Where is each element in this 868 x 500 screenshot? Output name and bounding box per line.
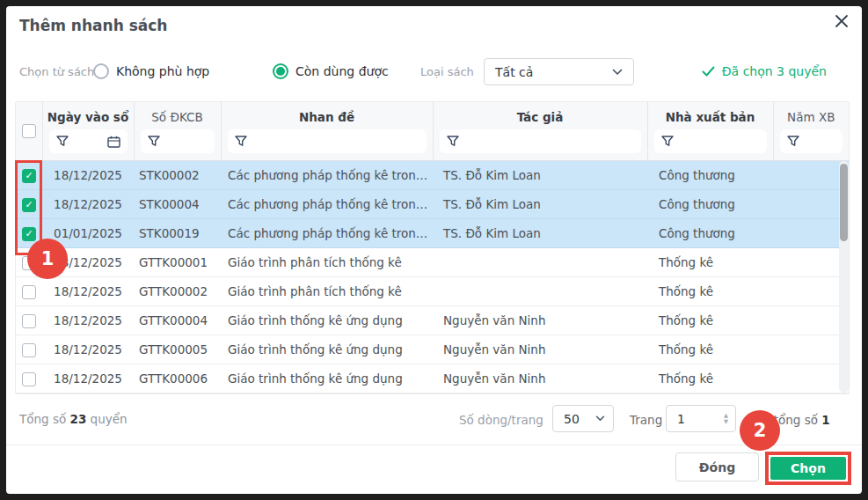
cell-title: Các phương pháp thống kê trong n... <box>221 190 433 219</box>
check-icon <box>702 66 715 77</box>
table-row[interactable]: ✓18/12/2025STK00002Các phương pháp thống… <box>16 161 849 190</box>
row-checkbox-cell: ✓ <box>16 190 42 219</box>
row-checkbox[interactable]: ✓ <box>22 169 36 183</box>
select-button[interactable]: Chọn <box>770 457 846 480</box>
row-checkbox[interactable] <box>22 314 36 328</box>
table-body: ✓18/12/2025STK00002Các phương pháp thống… <box>16 161 849 393</box>
filter-controls-row: Chọn từ sách Không phù hợp Còn dùng được… <box>19 57 849 87</box>
cell-date: 18/12/2025 <box>42 306 134 335</box>
row-checkbox-cell: ✓ <box>16 219 42 248</box>
cell-publisher: Thống kê <box>647 306 773 335</box>
header-so-dkcb: Số ĐKCB <box>134 102 221 161</box>
cell-date: 01/01/2025 <box>42 219 134 248</box>
cell-author <box>433 248 647 277</box>
cell-author: TS. Đỗ Kim Loan <box>433 190 647 219</box>
selected-count-badge: Đã chọn 3 quyển <box>702 64 827 78</box>
table-row[interactable]: ✓18/12/2025STK00004Các phương pháp thống… <box>16 190 849 219</box>
total-count-text: Tổng số 23 quyển <box>19 412 128 426</box>
cell-code: GTTK00001 <box>134 248 221 277</box>
cell-author: Nguyễn văn Ninh <box>433 306 647 335</box>
funnel-icon <box>56 136 69 147</box>
radio-label: Còn dùng được <box>295 64 389 78</box>
funnel-icon <box>787 136 799 147</box>
rows-per-page-select[interactable]: 50 <box>552 405 614 432</box>
cell-code: STK00002 <box>134 161 221 190</box>
page-number-input[interactable]: 1 ▲ ▼ <box>666 405 736 432</box>
cell-title: Các phương pháp thống kê trong n... <box>221 161 433 190</box>
footer-divider <box>6 445 862 445</box>
row-checkbox[interactable]: ✓ <box>22 198 36 212</box>
cell-title: Giáo trình thống kê ứng dụng <box>221 364 433 393</box>
book-type-value: Tất cả <box>495 65 533 79</box>
row-checkbox[interactable] <box>22 285 36 299</box>
rows-per-page-label: Số dòng/trang <box>459 413 543 427</box>
row-checkbox[interactable] <box>22 372 36 386</box>
funnel-icon <box>447 136 459 147</box>
cell-author: Nguyễn văn Ninh <box>433 364 647 393</box>
dialog-title: Thêm nhanh sách <box>19 17 167 34</box>
row-checkbox-cell <box>16 306 42 335</box>
radio-icon <box>93 63 109 79</box>
cell-year <box>773 306 849 335</box>
filter-input-year[interactable] <box>780 129 843 153</box>
page-stepper[interactable]: ▲ ▼ <box>724 413 728 424</box>
cell-year <box>773 335 849 364</box>
cell-title: Giáo trình thống kê ứng dụng <box>221 335 433 364</box>
cell-publisher: Thống kê <box>647 364 773 393</box>
rows-per-page-value: 50 <box>564 412 580 426</box>
scrollbar-thumb[interactable] <box>840 164 848 241</box>
row-checkbox-cell <box>16 364 42 393</box>
row-checkbox[interactable] <box>22 256 36 270</box>
pagination-footer: Tổng số 23 quyển Số dòng/trang 50 Trang … <box>19 402 849 438</box>
cell-publisher: Công thương <box>647 190 773 219</box>
filter-input-publisher[interactable] <box>654 129 767 153</box>
cell-title: Giáo trình phân tích thống kê <box>221 248 433 277</box>
chevron-down-icon <box>595 415 605 422</box>
cell-publisher: Công thương <box>647 161 773 190</box>
table-row[interactable]: 18/12/2025GTTK00006Giáo trình thống kê ứ… <box>16 364 849 393</box>
cell-code: GTTK00005 <box>134 335 221 364</box>
stepper-down-icon[interactable]: ▼ <box>724 419 728 424</box>
radio-con-dung-duoc[interactable]: Còn dùng được <box>273 63 389 79</box>
select-all-checkbox[interactable] <box>22 124 36 138</box>
cell-date: 18/12/2025 <box>42 161 134 190</box>
header-select-all <box>16 102 42 161</box>
row-checkbox-cell <box>16 277 42 306</box>
header-nha-xuat-ban: Nhà xuất bản <box>647 102 773 161</box>
cell-author <box>433 277 647 306</box>
cell-code: STK00004 <box>134 190 221 219</box>
books-table: Ngày vào sổ Số ĐKCB Nhan đề <box>15 101 850 394</box>
cell-publisher: Thống kê <box>647 248 773 277</box>
table-row[interactable]: 18/12/2025GTTK00002Giáo trình phân tích … <box>16 277 849 306</box>
book-type-select[interactable]: Tất cả <box>484 58 634 85</box>
table-row[interactable]: 18/12/2025GTTK00001Giáo trình phân tích … <box>16 248 849 277</box>
cell-date: 18/12/2025 <box>42 190 134 219</box>
close-icon[interactable] <box>830 10 853 33</box>
radio-label: Không phù hợp <box>116 64 209 78</box>
type-label: Loại sách <box>420 65 474 78</box>
filter-input-date[interactable] <box>49 129 128 153</box>
filter-input-title[interactable] <box>228 129 427 153</box>
table-row[interactable]: 18/12/2025GTTK00005Giáo trình thống kê ứ… <box>16 335 849 364</box>
row-checkbox[interactable]: ✓ <box>22 227 36 241</box>
cell-year <box>773 248 849 277</box>
cell-title: Các phương pháp thống kê trong n... <box>221 219 433 248</box>
cell-year <box>773 277 849 306</box>
radio-khong-phu-hop[interactable]: Không phù hợp <box>93 63 209 79</box>
table-row[interactable]: 18/12/2025GTTK00004Giáo trình thống kê ứ… <box>16 306 849 335</box>
vertical-scrollbar[interactable] <box>839 161 849 393</box>
row-checkbox-cell <box>16 248 42 277</box>
cell-year <box>773 190 849 219</box>
header-nhan-de: Nhan đề <box>221 102 433 161</box>
calendar-icon <box>107 136 120 148</box>
row-checkbox[interactable] <box>22 343 36 357</box>
cell-publisher: Thống kê <box>647 335 773 364</box>
close-button[interactable]: Đóng <box>675 452 759 482</box>
cell-year <box>773 161 849 190</box>
filter-input-code[interactable] <box>141 129 215 153</box>
cell-publisher: Thống kê <box>647 277 773 306</box>
filter-input-author[interactable] <box>440 129 641 153</box>
cell-code: GTTK00002 <box>134 277 221 306</box>
cell-publisher: Công thương <box>647 219 773 248</box>
table-row[interactable]: ✓01/01/2025STK00019Các phương pháp thống… <box>16 219 849 248</box>
